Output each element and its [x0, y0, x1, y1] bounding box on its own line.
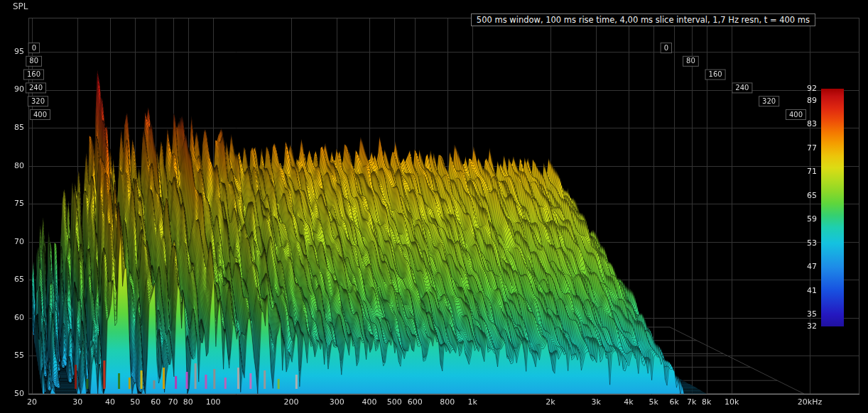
colorbar-tick-label: 65	[793, 191, 817, 200]
waterfall-canvas[interactable]	[0, 0, 868, 413]
colorbar-tick-label: 59	[793, 214, 817, 224]
waterfall-chart-window: SPL 500 ms window, 100 ms rise time, 4,0…	[0, 0, 868, 413]
colorbar-tick-label: 35	[793, 309, 817, 319]
colorbar-tick-label: 92	[793, 84, 817, 93]
colorbar-tick-label: 32	[793, 321, 817, 331]
spl-axis-title: SPL	[13, 1, 28, 11]
colorbar-tick-label: 89	[793, 96, 817, 105]
colorbar-tick-label: 71	[793, 167, 817, 176]
measurement-settings-badge: 500 ms window, 100 ms rise time, 4,00 ms…	[471, 13, 815, 26]
colorbar-tick-label: 77	[793, 143, 817, 153]
colorbar: 928983777165595347413532	[821, 89, 844, 326]
colorbar-tick-label: 53	[793, 238, 817, 248]
colorbar-tick-label: 47	[793, 262, 817, 271]
colorbar-tick-label: 41	[793, 286, 817, 295]
colorbar-tick-label: 83	[793, 119, 817, 128]
